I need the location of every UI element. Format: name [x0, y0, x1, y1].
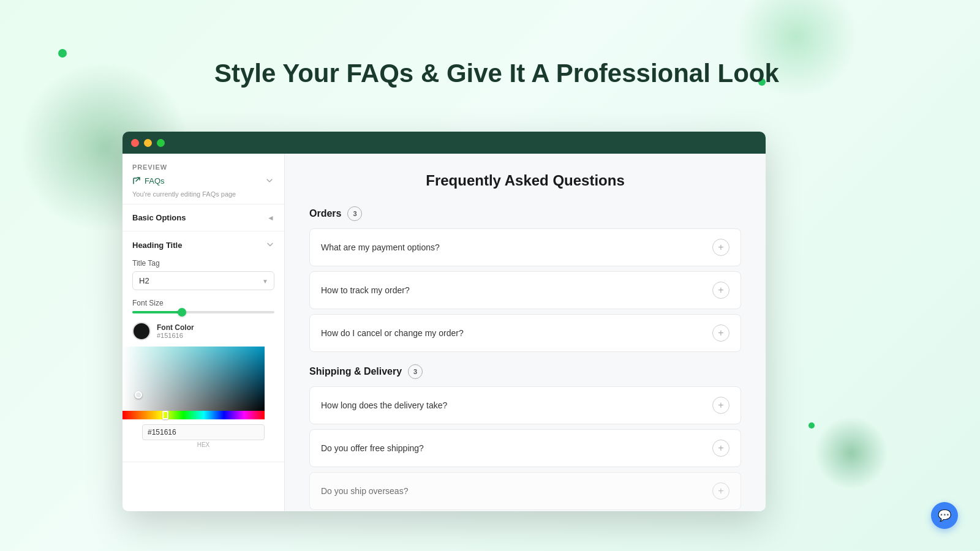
faq-question-5: Do you offer free shipping? — [321, 443, 424, 453]
font-size-slider-track — [132, 311, 274, 313]
faq-question-2: How to track my order? — [321, 285, 410, 295]
color-picker-area[interactable] — [123, 347, 265, 419]
faq-preview-panel: Frequently Asked Questions Orders 3 What… — [285, 154, 766, 511]
faqs-link-text: FAQs — [145, 176, 165, 186]
faq-question-4: How long does the delivery take? — [321, 400, 447, 410]
browser-body: PREVIEW FAQs — [123, 154, 766, 511]
faq-item-3[interactable]: How do I cancel or change my order? + — [309, 314, 741, 352]
font-size-slider-container — [132, 311, 274, 313]
color-swatch[interactable] — [132, 322, 151, 340]
hex-input[interactable] — [142, 424, 265, 440]
heading-title-label: Heading Title — [132, 241, 182, 250]
faq-category-name-shipping: Shipping & Delivery — [309, 366, 402, 377]
faq-question-6: Do you ship overseas? — [321, 486, 408, 496]
heading-title-arrow — [266, 240, 274, 250]
faq-expand-btn-6[interactable]: + — [712, 482, 729, 500]
faqs-link[interactable]: FAQs — [132, 176, 165, 186]
color-picker-circle[interactable] — [135, 391, 142, 399]
faq-item-1[interactable]: What are my payment options? + — [309, 228, 741, 266]
font-color-field: Font Color #151616 — [123, 322, 284, 462]
preview-section: PREVIEW FAQs — [123, 154, 284, 204]
title-tag-label: Title Tag — [132, 259, 274, 268]
font-size-slider-fill — [132, 311, 182, 313]
basic-options-section: Basic Options ◄ — [123, 204, 284, 231]
color-info: Font Color #151616 — [157, 323, 194, 339]
chevron-down-icon[interactable] — [265, 176, 274, 186]
traffic-light-red[interactable] — [131, 139, 139, 147]
font-size-label: Font Size — [132, 299, 274, 307]
faq-count-badge-orders: 3 — [347, 206, 362, 221]
faq-category-header-orders: Orders 3 — [309, 206, 741, 221]
hex-input-row: HEX — [132, 419, 274, 453]
font-size-field: Font Size — [123, 299, 284, 322]
faqs-link-row: FAQs — [132, 176, 274, 186]
font-size-slider-thumb[interactable] — [178, 308, 186, 317]
bg-dot-1 — [58, 49, 67, 58]
faq-expand-btn-5[interactable]: + — [712, 440, 729, 457]
browser-window: PREVIEW FAQs — [123, 132, 766, 511]
faq-question-3: How do I cancel or change my order? — [321, 328, 464, 338]
faq-item-2[interactable]: How to track my order? + — [309, 271, 741, 309]
faq-expand-btn-3[interactable]: + — [712, 324, 729, 342]
traffic-light-green[interactable] — [157, 139, 165, 147]
title-tag-field: Title Tag H1 H2 H3 H4 H5 H6 ▼ — [123, 259, 284, 299]
basic-options-arrow: ◄ — [267, 214, 274, 222]
hue-thumb[interactable] — [162, 411, 168, 419]
color-row: Font Color #151616 — [132, 322, 274, 340]
faq-question-1: What are my payment options? — [321, 242, 440, 252]
faq-item-4[interactable]: How long does the delivery take? + — [309, 386, 741, 424]
bg-dot-3 — [809, 422, 815, 429]
traffic-light-yellow[interactable] — [144, 139, 152, 147]
faq-expand-btn-1[interactable]: + — [712, 239, 729, 256]
title-tag-select[interactable]: H1 H2 H3 H4 H5 H6 — [132, 271, 274, 290]
basic-options-header[interactable]: Basic Options ◄ — [123, 204, 284, 231]
editing-note: You're currently editing FAQs page — [132, 190, 274, 198]
browser-titlebar — [123, 132, 766, 154]
gradient-inner — [123, 347, 265, 411]
font-color-label: Font Color — [157, 323, 194, 332]
faq-category-header-shipping: Shipping & Delivery 3 — [309, 364, 741, 379]
title-tag-select-wrapper: H1 H2 H3 H4 H5 H6 ▼ — [132, 271, 274, 290]
external-link-icon — [132, 176, 141, 185]
heading-title-header[interactable]: Heading Title — [123, 231, 284, 259]
heading-title-section: Heading Title Title Tag H1 H2 H3 — [123, 231, 284, 462]
faq-item-5[interactable]: Do you offer free shipping? + — [309, 429, 741, 467]
faq-count-badge-shipping: 3 — [408, 364, 423, 379]
faq-expand-btn-4[interactable]: + — [712, 397, 729, 414]
faq-category-name-orders: Orders — [309, 208, 341, 219]
color-gradient[interactable] — [123, 347, 265, 411]
color-hex-display: #151616 — [157, 332, 194, 339]
hex-label: HEX — [142, 441, 265, 448]
bg-decoration-3 — [815, 416, 888, 490]
faq-category-orders: Orders 3 What are my payment options? + … — [309, 206, 741, 352]
faq-category-shipping: Shipping & Delivery 3 How long does the … — [309, 364, 741, 510]
basic-options-label: Basic Options — [132, 213, 186, 222]
faq-item-6-partial[interactable]: Do you ship overseas? + — [309, 472, 741, 510]
preview-label: PREVIEW — [132, 163, 274, 171]
page-heading: Style Your FAQs & Give It A Professional… — [214, 58, 766, 89]
faq-main-title: Frequently Asked Questions — [309, 172, 741, 189]
hue-strip[interactable] — [123, 411, 265, 419]
sidebar: PREVIEW FAQs — [123, 154, 285, 511]
faq-expand-btn-2[interactable]: + — [712, 282, 729, 299]
